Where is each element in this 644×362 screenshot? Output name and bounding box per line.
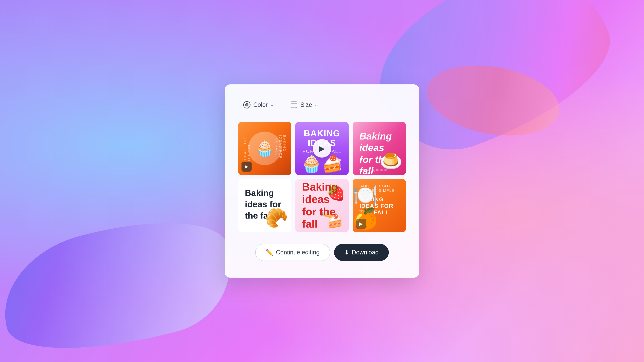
download-label: Download (352, 249, 379, 256)
size-button[interactable]: Size ⌄ (285, 98, 323, 112)
card6-video-badge: ▶ (356, 219, 366, 229)
card-orange-cupcake[interactable]: IDEAS FOR THE FALL 🧁 BAKING IDEAS FOR TH… (238, 122, 291, 175)
download-button[interactable]: ⬇ Download (334, 244, 389, 261)
continue-editing-button[interactable]: ✏️ Continue editing (255, 244, 330, 261)
download-icon: ⬇ (344, 249, 349, 256)
continue-editing-label: Continue editing (276, 249, 320, 256)
card1-video-badge: ▶ (242, 162, 252, 172)
footer-buttons: ✏️ Continue editing ⬇ Download (238, 244, 406, 261)
modal: Color ⌄ Size ⌄ IDEAS FOR THE FALL 🧁 BAKI… (225, 84, 419, 278)
size-chevron-icon: ⌄ (314, 102, 318, 108)
card-grid: IDEAS FOR THE FALL 🧁 BAKING IDEAS FOR TH… (238, 122, 406, 232)
size-label: Size (300, 101, 312, 108)
card-orange-plates[interactable]: BAKE SIMPLE COOK SIMPLE BAKING IDEAS FOR… (353, 179, 406, 232)
card1-text-right: BAKING IDEAS FOR THE FALL (275, 135, 286, 162)
svg-rect-2 (291, 102, 297, 108)
color-chevron-icon: ⌄ (270, 102, 274, 108)
card-pink-dessert[interactable]: Bakingideasfor thefall 🍮 www.bakingideas… (353, 122, 406, 175)
card-purple-baking[interactable]: BAKING IDEAS FOR THE FALL 🧁🍰 ▶ (295, 122, 348, 175)
size-icon (290, 101, 298, 109)
toolbar: Color ⌄ Size ⌄ (238, 98, 406, 112)
color-button[interactable]: Color ⌄ (238, 98, 278, 112)
color-icon (243, 101, 251, 109)
video-play-icon: ▶ (359, 221, 363, 226)
play-icon: ▶ (245, 164, 248, 169)
pencil-btn-icon: ✏️ (266, 249, 273, 256)
card4-food-icon: 🥐 (265, 207, 288, 229)
play-button[interactable]: ▶ (313, 139, 331, 158)
card-pink-text-overlay[interactable]: Baking ideas for the fall Baking ideas f… (295, 179, 348, 232)
play-triangle-icon: ▶ (319, 144, 325, 153)
svg-point-1 (246, 103, 248, 106)
card5-text: Baking ideas for the fall Baking ideas f… (302, 179, 342, 232)
card3-url: www.bakingideas.com (360, 168, 389, 172)
card1-text-left: IDEAS FOR THE FALL (243, 135, 251, 162)
card-white-text[interactable]: Baking ideas for the fall 🥐 (238, 179, 291, 232)
color-label: Color (253, 101, 268, 108)
cupcake-icon: 🧁 (256, 140, 274, 157)
